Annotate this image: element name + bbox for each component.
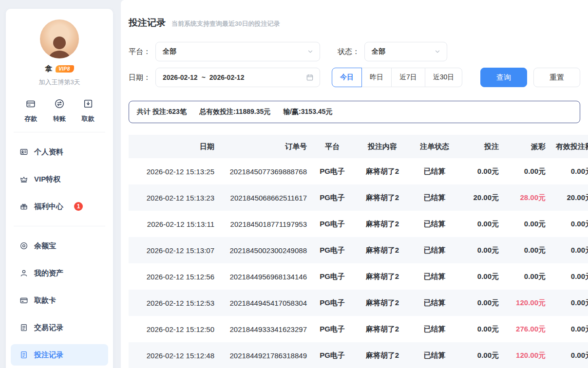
page-subtitle: 当前系统支持查询最近30日的投注记录: [171, 19, 280, 28]
avatar[interactable]: [40, 19, 79, 58]
cell-platform: PG电子: [310, 237, 355, 263]
cell-date: 2026-02-12 15:13:07: [129, 237, 217, 263]
table-header-row: 日期 订单号 平台 投注内容 注单状态 投注 派彩 有效投注额: [129, 135, 588, 158]
cell-platform: PG电子: [310, 211, 355, 237]
cell-bet-content: 麻将胡了2: [355, 342, 410, 368]
person-icon: [19, 269, 28, 277]
sidebar-item-vip[interactable]: VIP特权: [11, 168, 108, 190]
summary-win-loss: 输/赢:3153.45元: [283, 108, 332, 116]
search-button[interactable]: 查询: [480, 68, 527, 87]
table-row: 2026-02-12 15:13:23 2021845068662511617 …: [129, 184, 588, 211]
cell-valid-bet: 0.00元: [549, 316, 588, 342]
avatar-silhouette: [44, 35, 75, 58]
chevron-down-icon: [307, 48, 314, 55]
col-header-order: 订单号: [217, 135, 310, 158]
cell-valid-bet: 0.00元: [549, 342, 588, 368]
quick-actions: 存款 转账 取款: [6, 98, 113, 123]
sidebar-menu-bottom: 余额宝 我的资产 取款卡 交易记录: [6, 235, 113, 366]
cell-bet-amount: 0.00元: [459, 211, 502, 237]
coin-icon: [19, 241, 28, 250]
page-title: 投注记录: [129, 17, 166, 29]
date-separator: ~: [202, 74, 206, 81]
table-body: 2026-02-12 15:13:25 2021845077369888768 …: [129, 158, 588, 368]
sidebar-item-yuebao[interactable]: 余额宝: [11, 235, 108, 257]
summary-bar: 共计 投注:623笔 总有效投注:11889.35元 输/赢:3153.45元: [129, 101, 580, 123]
range-30days-button[interactable]: 近30日: [425, 68, 463, 87]
date-range-input[interactable]: 2026-02-12 ~ 2026-02-12: [155, 68, 320, 87]
transfer-button[interactable]: 转账: [53, 98, 66, 123]
col-header-bet: 投注: [459, 135, 502, 158]
sidebar-divider: [14, 226, 105, 226]
deposit-label: 存款: [24, 114, 37, 123]
sidebar-item-label: 交易记录: [34, 323, 63, 332]
sidebar-item-bet-records[interactable]: 投注记录: [11, 344, 108, 366]
cell-bet-content: 麻将胡了2: [355, 211, 410, 237]
summary-total-bets: 共计 投注:623笔: [137, 108, 187, 116]
bet-records-icon: [19, 350, 28, 359]
cell-order-number: 2021845018771197953: [217, 211, 310, 237]
cell-status: 已结算: [410, 237, 459, 263]
cell-status: 已结算: [410, 158, 459, 184]
cell-platform: PG电子: [310, 290, 355, 316]
deposit-icon: [25, 98, 36, 111]
range-7days-button[interactable]: 近7日: [391, 68, 425, 87]
cell-payout: 120.00元: [502, 290, 549, 316]
platform-select[interactable]: 全部: [155, 42, 320, 61]
cell-payout: 120.00元: [502, 342, 549, 368]
cell-bet-content: 麻将胡了2: [355, 290, 410, 316]
cell-bet-content: 麻将胡了2: [355, 184, 410, 211]
transfer-label: 转账: [53, 114, 66, 123]
cell-bet-amount: 0.00元: [459, 237, 502, 263]
table-row: 2026-02-12 15:12:48 2021844921786318849 …: [129, 342, 588, 368]
cell-date: 2026-02-12 15:12:50: [129, 316, 217, 342]
reset-button[interactable]: 重置: [533, 68, 580, 87]
cell-bet-amount: 20.00元: [459, 184, 502, 211]
cell-payout: 0.00元: [502, 158, 549, 184]
status-select[interactable]: 全部: [364, 42, 447, 61]
status-select-value: 全部: [372, 47, 385, 56]
status-filter-label: 状态：: [338, 47, 360, 56]
col-header-date: 日期: [129, 135, 217, 158]
sidebar-item-label: 个人资料: [34, 147, 63, 157]
sidebar: 拿 VIP8 加入王博第3天 存款 转账: [6, 9, 113, 368]
sidebar-item-welfare[interactable]: 福利中心 1: [11, 196, 108, 217]
col-header-status: 注单状态: [410, 135, 459, 158]
sidebar-item-profile[interactable]: 个人资料: [11, 141, 108, 163]
cell-payout: 28.00元: [502, 184, 549, 211]
date-from-value: 2026-02-12: [163, 74, 198, 81]
cell-bet-amount: 0.00元: [459, 158, 502, 184]
join-days-text: 加入王博第3天: [6, 78, 113, 87]
col-header-payout: 派彩: [502, 135, 549, 158]
cell-valid-bet: 0.00元: [549, 211, 588, 237]
table-row: 2026-02-12 15:12:50 2021844933341623297 …: [129, 316, 588, 342]
vip-badge: VIP8: [56, 65, 74, 73]
notification-badge: 1: [74, 202, 83, 211]
cell-date: 2026-02-12 15:12:48: [129, 342, 217, 368]
sidebar-item-assets[interactable]: 我的资产: [11, 262, 108, 284]
cell-order-number: 2021845002300249088: [217, 237, 310, 263]
table-row: 2026-02-12 15:12:53 2021844945417058304 …: [129, 290, 588, 316]
date-filter-label: 日期：: [129, 73, 151, 82]
cell-payout: 0.00元: [502, 263, 549, 290]
deposit-button[interactable]: 存款: [24, 98, 37, 123]
cell-bet-content: 麻将胡了2: [355, 158, 410, 184]
cell-date: 2026-02-12 15:12:53: [129, 290, 217, 316]
sidebar-item-transactions[interactable]: 交易记录: [11, 317, 108, 338]
table-row: 2026-02-12 15:13:11 2021845018771197953 …: [129, 211, 588, 237]
page-header: 投注记录 当前系统支持查询最近30日的投注记录: [129, 17, 580, 29]
sidebar-item-label: 福利中心: [34, 202, 63, 211]
range-today-button[interactable]: 今日: [332, 68, 362, 87]
bank-card-icon: [19, 296, 28, 305]
cell-date: 2026-02-12 15:13:23: [129, 184, 217, 211]
summary-valid-bets: 总有效投注:11889.35元: [199, 108, 270, 116]
list-document-icon: [19, 323, 28, 332]
cell-valid-bet: 0.00元: [549, 290, 588, 316]
filter-row-date: 日期： 2026-02-12 ~ 2026-02-12 今日 昨日 近7日 近3…: [129, 68, 580, 87]
withdraw-button[interactable]: 取款: [82, 98, 95, 123]
range-yesterday-button[interactable]: 昨日: [361, 68, 392, 87]
cell-order-number: 2021844933341623297: [217, 316, 310, 342]
table-row: 2026-02-12 15:13:07 2021845002300249088 …: [129, 237, 588, 263]
col-header-valid: 有效投注额: [549, 135, 588, 158]
sidebar-item-withdraw-card[interactable]: 取款卡: [11, 290, 108, 311]
cell-bet-content: 麻将胡了2: [355, 263, 410, 290]
